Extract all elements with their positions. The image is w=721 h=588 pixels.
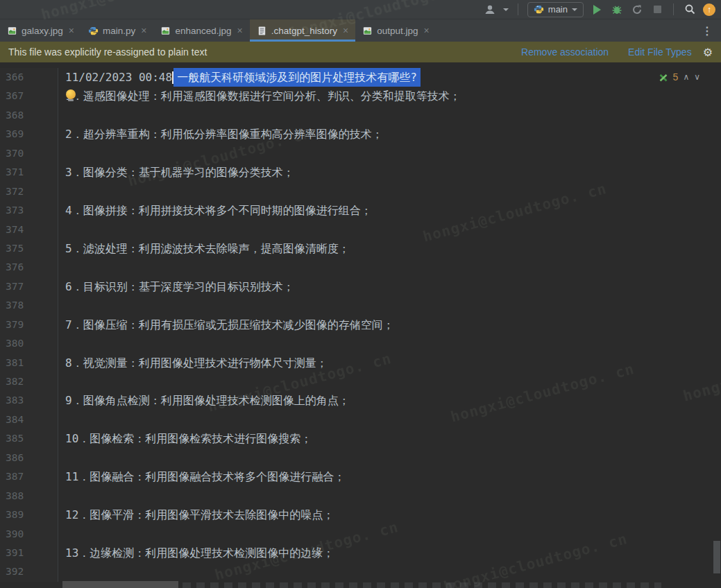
line-text: 13．边缘检测：利用图像处理技术检测图像中的边缘； xyxy=(58,544,334,562)
line-text: 11．图像融合：利用图像融合技术将多个图像进行融合； xyxy=(58,467,345,486)
vertical-scrollbar[interactable] xyxy=(713,541,720,573)
search-icon[interactable] xyxy=(683,3,697,17)
line-text xyxy=(58,296,65,315)
timestamp-text: 11/02/2023 00:48 xyxy=(65,68,172,87)
editor-line[interactable]: 3734．图像拼接：利用拼接技术将多个不同时期的图像进行组合； xyxy=(0,201,721,220)
editor-line[interactable]: 36611/02/2023 00:48一般航天科研领域涉及到的图片处理技术有哪些… xyxy=(0,68,721,87)
editor-line[interactable]: 378 xyxy=(0,296,721,315)
line-number: 373 xyxy=(0,201,58,220)
occurrence-widget[interactable]: 5∧∨ xyxy=(659,68,700,87)
editor-line[interactable]: 376 xyxy=(0,258,721,277)
tab-label: main.py xyxy=(103,26,135,36)
line-text xyxy=(58,449,65,467)
run-icon[interactable] xyxy=(590,3,604,17)
tab-galaxy-jpg[interactable]: galaxy.jpg× xyxy=(0,19,81,42)
editor-line[interactable]: 39113．边缘检测：利用图像处理技术检测图像中的边缘； xyxy=(0,544,721,562)
toolbar-divider xyxy=(518,3,518,15)
close-icon[interactable]: × xyxy=(141,25,146,36)
toolbar-divider xyxy=(673,3,674,15)
close-icon[interactable]: × xyxy=(343,25,348,36)
selected-question-text: 一般航天科研领域涉及到的图片处理技术有哪些? xyxy=(173,68,421,87)
editor-line[interactable]: 368 xyxy=(0,106,721,125)
editor-line[interactable]: 3713．图像分类：基于机器学习的图像分类技术； xyxy=(0,163,721,182)
chevron-down-icon xyxy=(572,8,577,11)
stop-icon[interactable] xyxy=(650,3,664,17)
editor-line[interactable]: 380 xyxy=(0,334,721,353)
tab-enhanced-jpg[interactable]: enhanced.jpg× xyxy=(153,19,249,42)
close-icon[interactable]: × xyxy=(237,25,243,36)
edit-file-types-link[interactable]: Edit File Types xyxy=(628,46,692,58)
line-number: 372 xyxy=(0,182,58,201)
line-text: 4．图像拼接：利用拼接技术将多个不同时期的图像进行组合； xyxy=(58,201,372,220)
chevron-down-icon[interactable]: ∨ xyxy=(694,68,700,87)
chevron-down-icon[interactable] xyxy=(503,8,509,11)
editor-line[interactable]: 374 xyxy=(0,220,721,239)
remove-association-link[interactable]: Remove association xyxy=(521,46,609,58)
line-text xyxy=(58,372,65,391)
debug-icon[interactable] xyxy=(610,3,624,17)
line-number: 384 xyxy=(0,410,58,429)
line-number: 383 xyxy=(0,391,58,410)
editor-line[interactable]: 372 xyxy=(0,182,721,201)
line-number: 381 xyxy=(0,354,58,372)
line-text: 10．图像检索：利用图像检索技术进行图像搜索； xyxy=(58,429,312,448)
editor-pane[interactable]: 36611/02/2023 00:48一般航天科研领域涉及到的图片处理技术有哪些… xyxy=(0,62,721,588)
python-file-icon xyxy=(88,26,99,36)
editor-line[interactable]: 386 xyxy=(0,449,721,467)
editor-line[interactable]: 3671．遥感图像处理：利用遥感图像数据进行空间分析、判识、分类和提取等技术； xyxy=(0,87,721,105)
main-toolbar: main ↑ xyxy=(0,0,721,19)
editor-line[interactable]: 3692．超分辨率重构：利用低分辨率图像重构高分辨率图像的技术； xyxy=(0,125,721,144)
profiler-icon[interactable] xyxy=(630,3,644,17)
image-file-icon xyxy=(362,26,373,36)
clipped-text xyxy=(183,582,661,588)
more-vertical-icon[interactable]: ⋮ xyxy=(693,19,721,42)
tab-label: enhanced.jpg xyxy=(175,26,231,36)
editor-line[interactable]: 3776．目标识别：基于深度学习的目标识别技术； xyxy=(0,277,721,296)
editor-line[interactable]: 388 xyxy=(0,487,721,505)
tab-output-jpg[interactable]: output.jpg× xyxy=(355,19,436,42)
line-text: 1．遥感图像处理：利用遥感图像数据进行空间分析、判识、分类和提取等技术； xyxy=(58,87,461,105)
line-text: 9．图像角点检测：利用图像处理技术检测图像上的角点； xyxy=(58,391,350,410)
line-text: 7．图像压缩：利用有损压缩或无损压缩技术减少图像的存储空间； xyxy=(58,315,394,334)
editor-line[interactable]: 3818．视觉测量：利用图像处理技术进行物体尺寸测量； xyxy=(0,354,721,372)
line-number: 366 xyxy=(0,68,58,87)
tab-chatgpt_history[interactable]: .chatgpt_history× xyxy=(250,19,356,42)
chevron-up-icon[interactable]: ∧ xyxy=(683,68,689,87)
tab-label: .chatgpt_history xyxy=(271,26,337,36)
tab-main-py[interactable]: main.py× xyxy=(81,19,153,42)
editor-line[interactable]: 384 xyxy=(0,410,721,429)
line-number: 391 xyxy=(0,544,58,562)
intention-bulb-icon[interactable] xyxy=(66,89,76,99)
editor-tab-bar: galaxy.jpg×main.py×enhanced.jpg×.chatgpt… xyxy=(0,19,721,42)
editor-line[interactable]: 3797．图像压缩：利用有损压缩或无损压缩技术减少图像的存储空间； xyxy=(0,315,721,334)
line-text xyxy=(58,487,65,505)
line-number: 388 xyxy=(0,487,58,505)
editor-line[interactable]: 38510．图像检索：利用图像检索技术进行图像搜索； xyxy=(0,429,721,448)
editor-line[interactable]: 390 xyxy=(0,525,721,544)
editor-line[interactable]: 392 xyxy=(0,562,721,581)
user-icon[interactable] xyxy=(483,3,497,17)
line-number: 382 xyxy=(0,372,58,391)
close-icon[interactable]: × xyxy=(69,25,74,36)
editor-line[interactable]: 382 xyxy=(0,372,721,391)
line-text xyxy=(58,410,65,429)
run-configuration-selector[interactable]: main xyxy=(527,2,584,17)
match-check-icon xyxy=(659,73,668,83)
line-text xyxy=(58,334,65,353)
tab-label: galaxy.jpg xyxy=(22,26,63,36)
update-icon[interactable]: ↑ xyxy=(703,3,715,16)
editor-line[interactable]: 370 xyxy=(0,144,721,163)
close-icon[interactable]: × xyxy=(424,25,430,36)
line-number: 378 xyxy=(0,296,58,315)
line-number: 374 xyxy=(0,220,58,239)
line-number: 376 xyxy=(0,258,58,277)
editor-line[interactable]: 3839．图像角点检测：利用图像处理技术检测图像上的角点； xyxy=(0,391,721,410)
editor-line[interactable]: 38912．图像平滑：利用图像平滑技术去除图像中的噪点； xyxy=(0,505,721,524)
gear-icon[interactable]: ⚙ xyxy=(703,46,713,59)
occurrence-highlight xyxy=(62,581,178,588)
text-file-icon xyxy=(257,26,267,36)
line-text: 6．目标识别：基于深度学习的目标识别技术； xyxy=(58,277,294,296)
editor-line[interactable]: 3755．滤波处理：利用滤波技术去除噪声，提高图像清晰度； xyxy=(0,239,721,258)
line-number: 375 xyxy=(0,239,58,258)
editor-line[interactable]: 38711．图像融合：利用图像融合技术将多个图像进行融合； xyxy=(0,467,721,486)
